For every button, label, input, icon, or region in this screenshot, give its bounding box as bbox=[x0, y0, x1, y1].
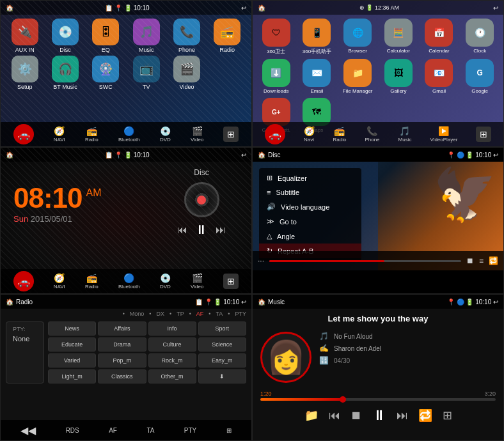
menu-equalizer[interactable]: ⊞Equalizer bbox=[259, 171, 361, 185]
vol-down-btn[interactable]: ◀◀ bbox=[20, 424, 36, 437]
app-gallery[interactable]: 🖼Gallery bbox=[380, 59, 417, 94]
app-email[interactable]: ✉️Email bbox=[299, 59, 336, 94]
nav-radio-p3[interactable]: 📻Radio bbox=[85, 273, 98, 290]
app-swc[interactable]: 🎡SWC bbox=[87, 56, 125, 90]
app-tv[interactable]: 📺TV bbox=[127, 56, 165, 90]
nav-car-btn[interactable]: 🚗 bbox=[13, 124, 34, 144]
menu-video-language[interactable]: 🔊Video language bbox=[259, 199, 361, 214]
genre-science[interactable]: Science bbox=[198, 337, 246, 352]
music-stop-btn[interactable]: ⏹ bbox=[350, 409, 362, 422]
nav-bluetooth-p3[interactable]: 🔵Bluetooth bbox=[118, 273, 140, 290]
app-grid-p2: 🛡360卫士 📱360手机助手 🌐Browser 🧮Calculator 📅Ca… bbox=[253, 15, 503, 137]
nav-car-btn-p3[interactable]: 🚗 bbox=[13, 271, 34, 291]
nav-car-btn-p2[interactable]: 🚗 bbox=[265, 124, 285, 144]
progress-fill bbox=[269, 260, 384, 262]
music-next-btn[interactable]: ⏭ bbox=[397, 409, 408, 422]
player-stop-btn[interactable]: ⏹ bbox=[466, 256, 474, 265]
player-bar: ··· ⏹ ≡ 🔁 bbox=[253, 251, 503, 270]
app-disc[interactable]: 💿Disc bbox=[46, 19, 84, 53]
app-gmail[interactable]: 📧Gmail bbox=[421, 59, 458, 94]
nav-grid-button-p3[interactable]: ⊞ bbox=[223, 274, 239, 289]
pty-btn[interactable]: PTY bbox=[184, 427, 196, 434]
genre-light-m[interactable]: Light_m bbox=[48, 369, 96, 383]
pause-btn[interactable]: ⏸ bbox=[195, 222, 208, 237]
genre-drama[interactable]: Drama bbox=[98, 337, 146, 352]
back-btn-p1[interactable]: ↩ bbox=[241, 4, 246, 12]
indicator-bullet2: • bbox=[149, 311, 151, 317]
app-phone[interactable]: 📞Phone bbox=[168, 19, 205, 53]
music-list-btn[interactable]: ⊞ bbox=[443, 408, 452, 422]
genre-pop-m[interactable]: Pop_m bbox=[98, 353, 146, 368]
af-btn[interactable]: AF bbox=[109, 427, 117, 434]
app-browser[interactable]: 🌐Browser bbox=[339, 19, 376, 55]
nav-video-p3[interactable]: 🎬Video bbox=[191, 273, 203, 290]
next-btn[interactable]: ⏭ bbox=[216, 224, 226, 236]
app-clock[interactable]: 🕐Clock bbox=[461, 19, 498, 55]
app-aux-in[interactable]: 🔌AUX IN bbox=[6, 19, 43, 53]
back-btn-p3[interactable]: ↩ bbox=[241, 151, 246, 159]
track-icon: 🔢 bbox=[319, 356, 329, 365]
prev-btn[interactable]: ⏮ bbox=[177, 224, 187, 236]
music-pause-btn[interactable]: ⏸ bbox=[372, 407, 386, 424]
nav-dvd-p3[interactable]: 💿DVD bbox=[160, 273, 171, 290]
nav-navi[interactable]: 🧭NAVI bbox=[54, 126, 65, 143]
back-btn-p2[interactable]: ↩ bbox=[493, 4, 498, 12]
genre-affairs[interactable]: Affairs bbox=[98, 321, 146, 336]
app-google[interactable]: GGoogle bbox=[461, 59, 498, 94]
progress-track[interactable] bbox=[260, 398, 496, 401]
app-downloads[interactable]: ⬇️Downloads bbox=[258, 59, 295, 94]
status-icons-p3: 📋 📍 🔋 10:10 bbox=[105, 151, 149, 159]
nav-phone-p2[interactable]: 📞Phone bbox=[365, 126, 379, 143]
menu-goto[interactable]: ≫Go to bbox=[259, 214, 361, 229]
app-eq[interactable]: 🎛EQ bbox=[87, 19, 125, 53]
nav-grid-button-p2[interactable]: ⊞ bbox=[476, 127, 491, 142]
app-setup[interactable]: ⚙️Setup bbox=[6, 56, 43, 90]
ta-btn[interactable]: TA bbox=[146, 427, 154, 434]
player-repeat-btn[interactable]: 🔁 bbox=[489, 256, 498, 265]
nav-navi-p3[interactable]: 🧭NAVI bbox=[54, 273, 65, 290]
nav-music-p2[interactable]: 🎵Music bbox=[398, 126, 412, 143]
nav-radio[interactable]: 📻Radio bbox=[85, 126, 98, 143]
rds-btn[interactable]: RDS bbox=[66, 427, 79, 434]
music-prev-btn[interactable]: ⏮ bbox=[329, 409, 340, 422]
app-360-guard[interactable]: 🛡360卫士 bbox=[258, 19, 295, 55]
music-folder-btn[interactable]: 📁 bbox=[304, 408, 319, 422]
genre-varied[interactable]: Varied bbox=[48, 353, 96, 368]
app-calendar[interactable]: 📅Calendar bbox=[421, 19, 458, 55]
genre-news[interactable]: News bbox=[48, 321, 96, 336]
app-calculator[interactable]: 🧮Calculator bbox=[380, 19, 417, 55]
menu-angle[interactable]: △Angle bbox=[259, 229, 361, 244]
genre-info[interactable]: Info bbox=[148, 321, 196, 336]
genre-classics[interactable]: Classics bbox=[98, 369, 146, 383]
app-360-assistant[interactable]: 📱360手机助手 bbox=[299, 19, 336, 55]
app-video[interactable]: 🎬Video bbox=[168, 56, 205, 90]
app-radio[interactable]: 📻Radio bbox=[209, 19, 246, 53]
app-bt-music[interactable]: 🎧BT Music bbox=[46, 56, 84, 90]
genre-educate[interactable]: Educate bbox=[48, 337, 96, 352]
genre-other-m[interactable]: Other_m bbox=[148, 369, 196, 383]
genre-down[interactable]: ⬇ bbox=[198, 369, 246, 383]
player-list-btn[interactable]: ≡ bbox=[479, 256, 484, 265]
app-file-manager[interactable]: 📁File Manager bbox=[339, 59, 376, 94]
nav-grid-button[interactable]: ⊞ bbox=[223, 127, 239, 142]
genre-sport[interactable]: Sport bbox=[198, 321, 246, 336]
settings-btn[interactable]: ⊞ bbox=[226, 427, 232, 434]
genre-easy-m[interactable]: Easy_m bbox=[198, 353, 246, 368]
nav-bluetooth[interactable]: 🔵Bluetooth bbox=[118, 126, 140, 143]
nav-video-player-p2[interactable]: ▶️VideoPlayer bbox=[430, 126, 457, 143]
track-row: 🔢 04/30 bbox=[319, 356, 496, 365]
music-body: 👩 🎵 No Fun Aloud ✍ Sharon den Adel 🔢 04/… bbox=[253, 327, 503, 388]
app-music[interactable]: 🎵Music bbox=[127, 19, 165, 53]
player-menu-btn[interactable]: ··· bbox=[258, 256, 264, 265]
genre-rock-m[interactable]: Rock_m bbox=[148, 353, 196, 368]
nav-video[interactable]: 🎬Video bbox=[191, 126, 203, 143]
progress-bar[interactable] bbox=[269, 260, 461, 262]
nav-radio-p2[interactable]: 📻Radio bbox=[333, 126, 347, 143]
menu-subtitle[interactable]: ≡Subtitle bbox=[259, 185, 361, 199]
indicator-pty: PTY bbox=[235, 311, 246, 317]
music-repeat-btn[interactable]: 🔁 bbox=[418, 408, 432, 422]
progress-fill bbox=[260, 398, 343, 401]
nav-dvd[interactable]: 💿DVD bbox=[160, 126, 171, 143]
genre-culture[interactable]: Culture bbox=[148, 337, 196, 352]
nav-navi-p2[interactable]: 🧭Navi bbox=[304, 126, 315, 143]
